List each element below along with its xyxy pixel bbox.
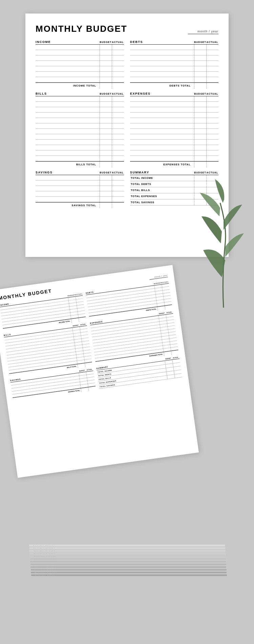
expenses-budget-header: BUDGET <box>194 93 206 95</box>
angled-expenses-total-actual <box>171 350 179 355</box>
summary-row-label: TOTAL INCOME <box>130 175 194 181</box>
table-row <box>36 107 124 113</box>
table-row <box>36 175 124 181</box>
row-actual-cell <box>206 107 218 112</box>
table-row <box>36 134 124 140</box>
angled-bills-total-actual <box>85 362 92 367</box>
angled-income-actual-hdr: ACTUAL <box>75 293 82 295</box>
table-row <box>36 45 124 50</box>
stack-page: MONTHLY BUDGET <box>30 558 226 560</box>
stack-page-text: MONTHLY BUDGET <box>34 553 56 554</box>
row-actual-cell <box>112 61 124 66</box>
income-debts-section: INCOME BUDGET ACTUAL <box>36 40 218 89</box>
angled-summary-actual-hdr: ACTUAL <box>172 356 179 359</box>
row-budget-cell <box>194 102 206 107</box>
summary-col-headers: BUDGET ACTUAL <box>194 171 218 174</box>
debts-budget-header: BUDGET <box>194 41 206 43</box>
angled-debts-title: DEBTS <box>86 291 94 294</box>
summary-budget-cell <box>167 375 175 379</box>
income-section: INCOME BUDGET ACTUAL <box>36 40 124 89</box>
table-row <box>36 129 124 134</box>
row-budget-cell <box>100 197 112 202</box>
row-label <box>36 129 100 134</box>
row-label <box>36 77 100 82</box>
row-budget-cell <box>194 45 206 50</box>
angled-savings-budget-hdr: BUDGET <box>78 369 86 372</box>
income-header: INCOME BUDGET ACTUAL <box>36 40 124 45</box>
stack-page: MONTHLY BUDGET <box>30 571 227 574</box>
row-actual-cell <box>112 96 124 101</box>
stack-page: MONTHLY BUDGET <box>29 552 226 555</box>
stack-page: MONTHLY BUDGET <box>29 547 226 549</box>
row-budget-cell <box>100 50 112 55</box>
savings-col-headers: BUDGET ACTUAL <box>100 171 124 174</box>
table-row <box>36 123 124 129</box>
stack-page-text: MONTHLY BUDGET <box>35 566 57 568</box>
income-total-budget-cell <box>100 83 112 89</box>
angled-bills-title: BILLS <box>4 333 11 336</box>
angled-month-year: month / year <box>149 274 168 280</box>
row-actual-cell <box>206 156 218 161</box>
row-budget-cell <box>194 129 206 134</box>
row-actual-cell <box>206 134 218 139</box>
table-row <box>130 55 218 61</box>
bills-actual-header: ACTUAL <box>112 93 124 95</box>
debts-total-row: DEBTS TOTAL <box>130 82 218 89</box>
row-label <box>130 118 194 123</box>
row-budget-cell <box>100 102 112 107</box>
row-label <box>36 107 100 112</box>
stack-page: MONTHLY BUDGET <box>30 563 227 566</box>
table-row <box>130 123 218 129</box>
income-total-actual-cell <box>112 83 124 89</box>
row-label <box>130 66 194 71</box>
row-label <box>130 96 194 101</box>
table-row <box>130 72 218 77</box>
stack-page-text: MONTHLY BUDGET <box>34 555 56 557</box>
table-row <box>130 77 218 82</box>
row-budget-cell <box>194 140 206 145</box>
angled-bills: BILLS BUDGET ACTUAL <box>4 323 93 378</box>
angled-debts-actual-hdr: ACTUAL <box>161 281 169 283</box>
row-label <box>130 140 194 145</box>
table-row <box>36 150 124 156</box>
row-label <box>36 191 100 196</box>
table-row <box>36 140 124 145</box>
angled-bills-actual-hdr: ACTUAL <box>79 323 87 326</box>
row-budget-cell <box>100 77 112 82</box>
debts-total-budget-cell <box>194 83 206 89</box>
income-total-row: INCOME TOTAL <box>36 82 124 89</box>
row-actual-cell <box>112 175 124 180</box>
row-budget-cell <box>194 145 206 150</box>
angled-expenses-budget-hdr: BUDGET <box>158 312 165 314</box>
table-row <box>36 72 124 77</box>
stack-page: MONTHLY BUDGET <box>29 544 225 547</box>
month-year-label: month / year <box>188 30 218 34</box>
row-label <box>36 50 100 55</box>
debts-title: DEBTS <box>130 40 143 44</box>
bills-title: BILLS <box>36 92 47 95</box>
income-col-headers: BUDGET ACTUAL <box>100 41 124 43</box>
row-actual-cell <box>112 45 124 50</box>
expenses-total-label: EXPENSES TOTAL <box>130 163 193 166</box>
row-label <box>36 150 100 156</box>
table-row <box>130 145 218 150</box>
row-label <box>130 77 194 82</box>
angled-savings-total-actual <box>88 386 96 391</box>
angled-income-budget-hdr: BUDGET <box>67 294 75 296</box>
row-label <box>130 113 194 118</box>
row-actual-cell <box>206 118 218 123</box>
income-title: INCOME <box>36 40 51 44</box>
stack-pages: MONTHLY BUDGETMONTHLY BUDGETMONTHLY BUDG… <box>20 544 234 570</box>
savings-actual-header: ACTUAL <box>112 171 124 174</box>
row-actual-cell <box>206 50 218 55</box>
savings-title: SAVINGS <box>36 171 52 174</box>
table-row <box>130 140 218 145</box>
angled-debts-total-actual <box>165 305 172 310</box>
table-row <box>36 66 124 72</box>
table-row <box>130 134 218 140</box>
debts-total-label: DEBTS TOTAL <box>130 84 193 87</box>
row-label <box>130 134 194 139</box>
row-actual-cell <box>112 50 124 55</box>
income-table <box>36 45 124 82</box>
row-budget-cell <box>100 175 112 180</box>
